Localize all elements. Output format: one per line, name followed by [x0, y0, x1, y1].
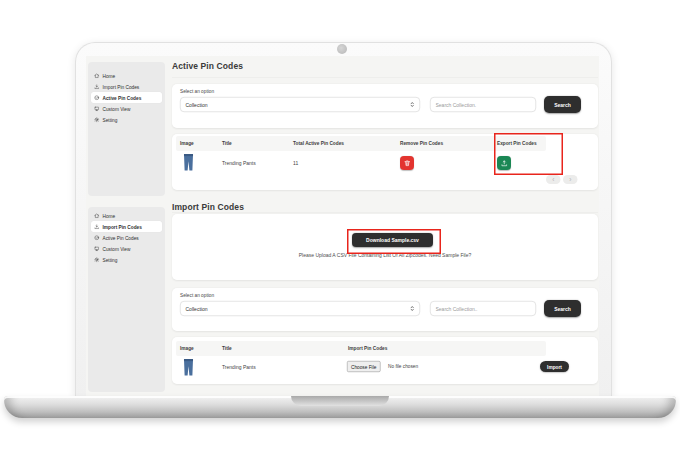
- app-viewport: Active Pin Codes Home Import Pin Codes A…: [86, 56, 599, 396]
- row-title: Trending Pants: [222, 364, 256, 370]
- sidebar-item-label: Setting: [103, 257, 118, 263]
- home-icon: [94, 73, 100, 79]
- select-option-label: Select an option: [180, 89, 214, 95]
- sidebar-item-label: Home: [103, 73, 116, 79]
- laptop-screen: Active Pin Codes Home Import Pin Codes A…: [86, 56, 599, 396]
- sidebar-item-home[interactable]: Home: [91, 70, 162, 81]
- sidebar-item-custom-view[interactable]: Custom View: [91, 243, 162, 254]
- collection-select-value: Collection: [186, 306, 208, 312]
- sidebar-item-label: Import Pin Codes: [103, 224, 142, 230]
- col-image: Image: [180, 341, 194, 356]
- filter-card-import: Select an option Collection Search: [172, 288, 598, 331]
- pagination-prev-button[interactable]: ‹: [546, 175, 561, 184]
- file-status-text: No file chosen: [388, 361, 418, 372]
- sidebar-item-label: Home: [103, 213, 116, 219]
- collection-select[interactable]: Collection: [180, 97, 420, 112]
- check-circle-icon: [94, 95, 100, 101]
- col-remove-pin-codes: Remove Pin Codes: [400, 136, 443, 151]
- laptop-base: [4, 396, 676, 418]
- sidebar-item-label: Custom View: [103, 246, 131, 252]
- sidebar-item-setting[interactable]: Setting: [91, 254, 162, 265]
- upload-card: Download Sample.csv Please Upload A CSV …: [172, 214, 598, 280]
- sidebar-item-import-pin-codes[interactable]: Import Pin Codes: [91, 221, 162, 232]
- highlight-box-download-sample: [347, 229, 441, 254]
- highlight-box-export-pin-codes: [494, 133, 563, 175]
- sidebar-import-section: Home Import Pin Codes Active Pin Codes C…: [88, 207, 165, 392]
- gear-icon: [94, 117, 100, 123]
- sidebar-item-label: Active Pin Codes: [103, 95, 142, 101]
- col-image: Image: [180, 136, 194, 151]
- import-button[interactable]: Import: [540, 361, 569, 372]
- sidebar-active-section: Home Import Pin Codes Active Pin Codes C…: [88, 62, 165, 196]
- check-circle-icon: [94, 235, 100, 241]
- sidebar-item-label: Import Pin Codes: [103, 84, 140, 90]
- row-title: Trending Pants: [222, 160, 256, 166]
- col-total-active-pin-codes: Total Active Pin Codes: [293, 136, 344, 151]
- choose-file-button[interactable]: Choose File: [347, 361, 380, 372]
- sidebar-item-active-pin-codes[interactable]: Active Pin Codes: [91, 92, 162, 103]
- col-import-pin-codes: Import Pin Codes: [348, 341, 387, 356]
- home-icon: [94, 213, 100, 219]
- divider: [172, 77, 598, 78]
- download-icon: [94, 224, 100, 230]
- search-button[interactable]: Search: [544, 96, 581, 113]
- collection-select[interactable]: Collection: [180, 301, 420, 316]
- sidebar-item-import-pin-codes[interactable]: Import Pin Codes: [91, 81, 162, 92]
- gear-icon: [94, 257, 100, 263]
- laptop-base-notch: [291, 396, 389, 406]
- pagination-next-button[interactable]: ›: [563, 175, 578, 184]
- table-pagination: ‹ ›: [546, 175, 578, 184]
- sidebar-item-label: Active Pin Codes: [103, 235, 139, 241]
- filter-card-active: Select an option Collection Search: [172, 84, 598, 128]
- sidebar-item-label: Setting: [103, 117, 118, 123]
- trash-icon: [403, 159, 411, 167]
- laptop-camera: [337, 44, 347, 54]
- chevron-left-icon: ‹: [552, 176, 554, 184]
- remove-pin-codes-button[interactable]: [400, 156, 414, 170]
- divider: [172, 213, 598, 214]
- col-title: Title: [222, 341, 232, 356]
- import-pin-codes-table: Image Title Import Pin Codes Trending Pa…: [172, 337, 598, 384]
- collection-select-value: Collection: [186, 102, 208, 108]
- monitor-icon: [94, 106, 100, 112]
- sidebar-item-setting[interactable]: Setting: [91, 114, 162, 125]
- col-title: Title: [222, 136, 232, 151]
- select-stepper-icon: [410, 306, 415, 312]
- chevron-right-icon: ›: [569, 176, 571, 184]
- search-collection-input[interactable]: [430, 301, 536, 316]
- sidebar-item-home[interactable]: Home: [91, 210, 162, 221]
- sidebar-item-active-pin-codes[interactable]: Active Pin Codes: [91, 232, 162, 243]
- search-button[interactable]: Search: [544, 300, 581, 317]
- select-option-label: Select an option: [180, 293, 214, 299]
- search-collection-input[interactable]: [430, 97, 536, 112]
- download-icon: [94, 84, 100, 90]
- sidebar-item-custom-view[interactable]: Custom View: [91, 103, 162, 114]
- monitor-icon: [94, 246, 100, 252]
- laptop-mockup: Active Pin Codes Home Import Pin Codes A…: [0, 0, 680, 450]
- trending-pants-image: [183, 359, 194, 376]
- row-total-active-pin-codes: 11: [293, 160, 298, 166]
- page-title-active-pin-codes: Active Pin Codes: [172, 61, 243, 71]
- page-title-import-pin-codes: Import Pin Codes: [172, 202, 244, 212]
- sidebar-item-label: Custom View: [103, 106, 131, 112]
- select-stepper-icon: [410, 102, 415, 108]
- trending-pants-image: [183, 154, 194, 171]
